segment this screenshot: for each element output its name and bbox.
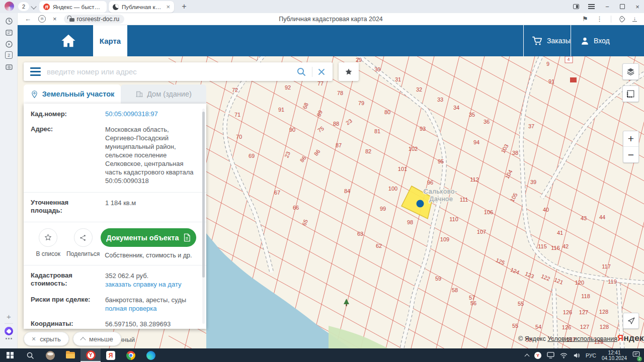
parcel-number[interactable]: 82 bbox=[365, 148, 371, 154]
parcel-number[interactable]: 78 bbox=[337, 90, 343, 96]
parcel-number[interactable]: 9 bbox=[546, 61, 549, 67]
parcel-number[interactable]: 55 bbox=[512, 323, 518, 329]
language-indicator[interactable]: РУС bbox=[586, 352, 596, 358]
parcel-number[interactable]: 70 bbox=[236, 134, 242, 140]
file-explorer-button[interactable] bbox=[60, 348, 80, 362]
clear-search-icon[interactable] bbox=[317, 68, 326, 76]
restore-window-icon[interactable] bbox=[620, 4, 625, 9]
gimp-app-button[interactable] bbox=[40, 348, 60, 362]
parcel-number[interactable]: 90 bbox=[289, 127, 295, 133]
parcel-number[interactable]: 33 bbox=[437, 97, 443, 103]
new-tab-button[interactable]: + bbox=[179, 2, 189, 12]
tray-expand-icon[interactable] bbox=[524, 354, 529, 359]
parcel-number[interactable]: 84 bbox=[344, 188, 350, 194]
parcel-number[interactable]: 127 bbox=[579, 309, 588, 315]
parcel-number[interactable]: 42 bbox=[562, 243, 569, 249]
tab-counter[interactable]: 2 bbox=[18, 2, 29, 11]
parcel-number[interactable]: 119 bbox=[608, 279, 617, 285]
feed-icon[interactable] bbox=[0, 29, 18, 37]
wifi-icon[interactable] bbox=[560, 352, 568, 358]
parcel-number[interactable]: 39 bbox=[530, 179, 536, 185]
downloads-icon[interactable]: ↓ bbox=[632, 16, 637, 22]
address-bar[interactable]: rosreestr-doc.ru bbox=[64, 15, 125, 24]
parcel-number[interactable]: 92 bbox=[285, 84, 291, 90]
search-icon[interactable] bbox=[296, 66, 307, 77]
parcel-number[interactable]: 31 bbox=[395, 76, 401, 82]
parcel-number[interactable]: 106 bbox=[484, 209, 493, 215]
favorites-button[interactable] bbox=[339, 62, 359, 81]
terms-of-use-link[interactable]: Условия использования bbox=[547, 335, 617, 342]
parcel-number[interactable]: 58 bbox=[452, 287, 458, 293]
extension-tag-icon[interactable] bbox=[618, 15, 625, 22]
tabs-panel-icon[interactable]: 2 bbox=[0, 51, 18, 59]
parcel-number[interactable]: 79 bbox=[358, 100, 364, 106]
collapse-panel-button[interactable]: меньше bbox=[73, 332, 121, 346]
stop-loading-icon[interactable]: × bbox=[53, 15, 57, 23]
parcel-number[interactable]: 101 bbox=[398, 166, 407, 172]
parcel-number[interactable]: 110 bbox=[449, 216, 458, 222]
parcel-number[interactable]: 67 bbox=[274, 190, 280, 196]
parcel-number[interactable]: 95 bbox=[438, 158, 444, 164]
display-tray-icon[interactable] bbox=[547, 352, 554, 358]
parcel-number[interactable]: 94 bbox=[473, 139, 479, 145]
parcel-number[interactable]: 44 bbox=[599, 214, 605, 220]
nav-tab-map[interactable]: Карта bbox=[93, 25, 127, 56]
order-certificate-link[interactable]: заказать справку на дату bbox=[105, 280, 182, 289]
bookmark-icon[interactable]: ⚑ bbox=[582, 15, 588, 23]
browser-tab-cadastral-map[interactable]: Публичная кадастров… × bbox=[109, 1, 174, 13]
yandex-browser-button[interactable]: Y bbox=[80, 348, 101, 362]
parcel-number[interactable]: 120 bbox=[575, 280, 584, 286]
parcel-number[interactable]: 35 bbox=[469, 112, 475, 118]
tab-land-parcel[interactable]: Земельный участок bbox=[24, 84, 121, 104]
zoom-in-button[interactable]: + bbox=[623, 131, 638, 147]
parcel-number[interactable]: 40 bbox=[543, 207, 549, 213]
taskbar-search-button[interactable] bbox=[20, 348, 40, 362]
parcel-number[interactable]: 55 bbox=[518, 301, 524, 307]
close-tab-icon[interactable]: × bbox=[166, 3, 170, 11]
zoom-out-button[interactable]: − bbox=[623, 147, 638, 162]
parcel-number[interactable]: 127 bbox=[580, 324, 589, 330]
chrome-button[interactable] bbox=[121, 348, 141, 362]
parcel-number[interactable]: 63 bbox=[357, 231, 363, 237]
hide-panel-button[interactable]: × скрыть bbox=[24, 332, 69, 346]
layers-button[interactable] bbox=[622, 63, 639, 80]
alice-assistant-icon[interactable] bbox=[0, 327, 18, 335]
parcel-number[interactable]: 117 bbox=[602, 263, 611, 269]
yandex-home-icon[interactable]: Я bbox=[38, 15, 46, 23]
parcel-number[interactable]: 115 bbox=[538, 243, 547, 249]
sidebar-more-icon[interactable] bbox=[0, 338, 18, 339]
parcel-number[interactable]: 34 bbox=[453, 105, 459, 111]
browser-tab-yandex[interactable]: Я Яндекс — быстрый поиск bbox=[39, 1, 107, 13]
parcel-number[interactable]: 126 bbox=[563, 309, 572, 315]
notifications-button[interactable]: 2 bbox=[632, 351, 640, 360]
minimize-window-icon[interactable]: − bbox=[604, 3, 611, 10]
history-icon[interactable] bbox=[0, 17, 18, 25]
parcel-number[interactable]: 91 bbox=[548, 78, 554, 84]
parcel-number[interactable]: 37 bbox=[528, 123, 534, 129]
parcel-number[interactable]: 126 bbox=[562, 324, 571, 330]
parcel-number[interactable]: 93 bbox=[420, 126, 426, 132]
parcel-number[interactable]: 111 bbox=[460, 197, 468, 203]
parcel-number[interactable]: 59 bbox=[435, 276, 441, 282]
back-icon[interactable]: ← bbox=[25, 15, 31, 23]
parcel-number[interactable]: 87 bbox=[336, 142, 342, 148]
parcel-number[interactable]: 128 bbox=[600, 324, 609, 330]
parcel-number[interactable]: 128 bbox=[599, 309, 608, 315]
parcel-number[interactable]: 72 bbox=[232, 87, 238, 93]
more-options-icon[interactable]: ⋮ bbox=[596, 15, 603, 23]
chevron-down-icon[interactable] bbox=[31, 4, 36, 9]
screenshot-icon[interactable] bbox=[0, 63, 18, 71]
parcel-number[interactable]: 30 bbox=[374, 66, 380, 72]
parcel-number[interactable]: 71 bbox=[234, 112, 240, 118]
parcel-number[interactable]: 81 bbox=[374, 128, 380, 134]
orders-button[interactable]: Заказы bbox=[532, 25, 571, 56]
parcel-number[interactable]: 109 bbox=[440, 236, 449, 242]
parcel-number[interactable]: 100 bbox=[388, 186, 397, 192]
menu-hamburger-icon[interactable] bbox=[24, 67, 47, 76]
taskbar-clock[interactable]: 12:41 04.10.2024 bbox=[602, 350, 627, 361]
full-check-link[interactable]: полная проверка bbox=[105, 304, 157, 313]
parcel-number[interactable]: 116 bbox=[551, 245, 560, 251]
video-icon[interactable] bbox=[0, 40, 18, 48]
edge-button[interactable] bbox=[141, 348, 161, 362]
parcel-number[interactable]: 96 bbox=[427, 179, 433, 186]
